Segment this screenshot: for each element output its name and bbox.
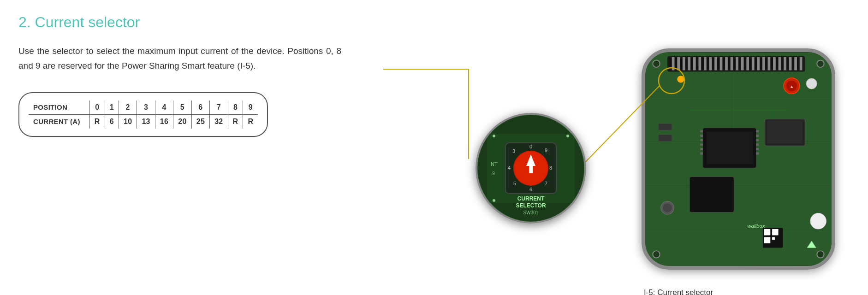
svg-rect-74 [756,143,759,146]
cur-2: 10 [119,115,137,129]
svg-rect-68 [700,143,703,146]
table-container-wrapper: POSITION 0 1 2 3 4 5 6 7 8 9 [18,92,369,137]
svg-rect-50 [757,57,760,71]
svg-rect-48 [746,57,749,71]
svg-text:SW301: SW301 [523,210,539,215]
cur-3: 13 [137,115,155,129]
svg-rect-49 [752,57,755,71]
svg-rect-88 [764,237,770,243]
svg-point-62 [806,78,817,89]
svg-rect-47 [741,57,744,71]
svg-rect-75 [756,148,759,150]
pos-1: 1 [105,100,119,114]
cur-6: 25 [191,115,209,129]
svg-rect-34 [672,57,675,71]
svg-rect-87 [772,229,778,235]
svg-point-26 [493,199,495,202]
content-area: Use the selector to select the maximum i… [18,44,850,283]
svg-point-83 [663,203,672,212]
svg-rect-81 [767,121,803,143]
svg-rect-67 [700,139,703,142]
svg-text:4: 4 [508,165,511,171]
pos-7: 7 [210,100,228,114]
svg-rect-73 [756,139,759,142]
pos-4: 4 [155,100,173,114]
svg-rect-43 [720,57,723,71]
description-text: Use the selector to select the maximum i… [18,44,341,74]
svg-rect-54 [779,57,781,71]
svg-rect-57 [794,57,797,71]
svg-rect-70 [700,153,703,155]
svg-rect-89 [772,237,775,240]
svg-point-94 [817,60,824,67]
svg-text:8: 8 [549,165,552,171]
pos-9: 9 [243,100,258,114]
cur-7: 32 [210,115,228,129]
pos-2: 2 [119,100,137,114]
selector-table: POSITION 0 1 2 3 4 5 6 7 8 9 [18,92,268,137]
svg-rect-44 [725,57,728,71]
table-row-position: POSITION 0 1 2 3 4 5 6 7 8 9 [29,100,258,114]
right-section: 0 9 8 7 6 5 4 3 CURRENT SELECTOR SW301 N… [378,44,850,283]
caption-area: I-5: Current selector [512,288,844,295]
svg-text:SELECTOR: SELECTOR [516,202,546,209]
svg-rect-51 [762,57,765,71]
svg-rect-36 [683,57,685,71]
svg-rect-52 [767,57,770,71]
position-label: POSITION [29,100,89,114]
svg-rect-38 [693,57,696,71]
pos-5: 5 [173,100,191,114]
svg-text:7: 7 [545,181,547,186]
svg-rect-45 [731,57,733,71]
svg-point-90 [810,213,826,229]
svg-text:-9: -9 [491,171,495,176]
svg-rect-10 [529,165,533,173]
svg-rect-86 [764,229,770,235]
cur-4: 16 [155,115,173,129]
cur-1: 6 [105,115,119,129]
svg-rect-55 [784,57,786,71]
svg-rect-42 [714,57,717,71]
svg-rect-46 [736,57,738,71]
pos-6: 6 [191,100,209,114]
pos-3: 3 [137,100,155,114]
pos-0: 0 [89,100,105,114]
position-current-table: POSITION 0 1 2 3 4 5 6 7 8 9 [29,100,258,129]
svg-text:3: 3 [512,148,515,154]
svg-rect-69 [700,148,703,150]
svg-point-92 [677,76,684,83]
svg-rect-78 [659,124,672,130]
cur-8: R [228,115,243,129]
pcb-board: ▲ [642,48,835,270]
svg-rect-79 [659,135,672,141]
image-caption: I-5: Current selector [644,288,713,295]
svg-rect-66 [700,135,703,137]
page-title: 2. Current selector [18,14,850,31]
svg-text:CURRENT: CURRENT [517,195,545,202]
magnified-selector-circle: 0 9 8 7 6 5 4 3 CURRENT SELECTOR SW301 N… [476,113,586,224]
svg-rect-40 [704,57,707,71]
magnified-inner: 0 9 8 7 6 5 4 3 CURRENT SELECTOR SW301 N… [477,115,584,222]
svg-text:NT: NT [491,161,498,167]
table-row-current: CURRENT (A) R 6 10 13 16 20 25 32 R R [29,115,258,129]
svg-rect-77 [690,177,734,212]
svg-text:9: 9 [545,148,547,153]
svg-text:▲: ▲ [790,84,794,89]
svg-rect-58 [800,57,803,71]
svg-rect-39 [698,57,701,71]
svg-rect-56 [789,57,792,71]
pos-8: 8 [228,100,243,114]
svg-point-93 [653,60,660,67]
pcb-svg: ▲ [645,52,832,266]
svg-rect-64 [707,131,753,164]
current-label: CURRENT (A) [29,115,89,129]
svg-rect-65 [700,130,703,132]
svg-point-95 [653,251,660,258]
svg-rect-41 [709,57,712,71]
svg-text:5: 5 [513,181,516,186]
svg-rect-53 [773,57,776,71]
svg-rect-76 [756,153,759,155]
device-image-area: 0 9 8 7 6 5 4 3 CURRENT SELECTOR SW301 N… [383,44,844,283]
svg-text:wallbox: wallbox [747,223,766,229]
svg-point-24 [493,135,495,137]
